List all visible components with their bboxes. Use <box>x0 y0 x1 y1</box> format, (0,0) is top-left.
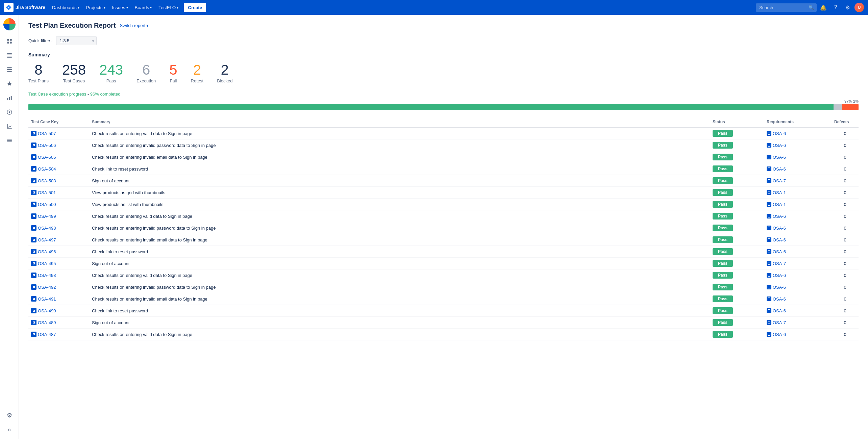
sidebar-item-releases[interactable] <box>3 77 16 91</box>
test-case-link[interactable]: OSA-500 <box>31 202 86 207</box>
cell-defects-3: 0 <box>832 163 859 175</box>
status-badge: Pass <box>713 295 733 302</box>
filter-select-wrap: 1.3.5 ▾ <box>56 36 97 45</box>
settings-icon[interactable]: ⚙ <box>842 2 853 13</box>
test-case-link[interactable]: OSA-498 <box>31 225 86 231</box>
cell-summary-10: Check link to reset password <box>89 246 710 258</box>
test-case-link[interactable]: OSA-501 <box>31 190 86 195</box>
requirement-link[interactable]: OSA-1 <box>767 202 829 207</box>
svg-rect-12 <box>9 97 10 100</box>
cell-defects-2: 0 <box>832 151 859 163</box>
requirement-link[interactable]: OSA-6 <box>767 308 829 313</box>
sidebar-item-backlog[interactable] <box>3 49 16 62</box>
nav-boards[interactable]: Boards ▾ <box>132 3 155 12</box>
sidebar-item-list[interactable] <box>3 134 16 147</box>
requirement-link[interactable]: OSA-6 <box>767 237 829 242</box>
svg-rect-46 <box>768 310 770 312</box>
chevron-down-icon: ▾ <box>177 6 178 9</box>
requirement-link[interactable]: OSA-6 <box>767 155 829 160</box>
stat-number-retest: 2 <box>193 63 201 77</box>
svg-rect-34 <box>768 239 770 241</box>
requirement-link[interactable]: OSA-6 <box>767 214 829 219</box>
requirement-link[interactable]: OSA-6 <box>767 273 829 278</box>
cell-key-4: OSA-503 <box>28 175 89 187</box>
version-filter-select[interactable]: 1.3.5 <box>56 36 97 45</box>
stat-number-pass: 243 <box>99 63 123 77</box>
progress-header: Test Case execution progress - 96% compl… <box>28 92 859 97</box>
sidebar-settings-icon[interactable]: ⚙ <box>3 409 16 422</box>
cell-req-13: OSA-6 <box>764 281 832 293</box>
help-icon[interactable]: ? <box>830 2 841 13</box>
test-case-link[interactable]: OSA-506 <box>31 143 86 148</box>
cell-summary-15: Check link to reset password <box>89 305 710 317</box>
requirement-link[interactable]: OSA-6 <box>767 226 829 231</box>
requirement-link[interactable]: OSA-1 <box>767 190 829 195</box>
requirement-icon <box>767 178 771 183</box>
cell-status-11: Pass <box>710 258 764 269</box>
sidebar-expand-icon[interactable]: » <box>3 423 16 436</box>
test-case-link[interactable]: OSA-493 <box>31 273 86 278</box>
sidebar-project-logo[interactable] <box>3 18 16 31</box>
cell-status-15: Pass <box>710 305 764 317</box>
requirement-link[interactable]: OSA-7 <box>767 320 829 325</box>
nav-dashboards[interactable]: Dashboards ▾ <box>49 3 82 12</box>
svg-rect-36 <box>768 251 770 253</box>
switch-report-button[interactable]: Switch report ▾ <box>120 23 149 28</box>
requirement-link[interactable]: OSA-6 <box>767 143 829 148</box>
test-case-link[interactable]: OSA-490 <box>31 308 86 313</box>
requirement-icon <box>767 320 771 325</box>
page-header: Test Plan Execution Report Switch report… <box>28 22 859 29</box>
test-case-link[interactable]: OSA-505 <box>31 154 86 160</box>
test-case-link[interactable]: OSA-489 <box>31 320 86 325</box>
sidebar-item-graph[interactable] <box>3 120 16 133</box>
requirement-link[interactable]: OSA-6 <box>767 166 829 172</box>
svg-rect-3 <box>10 42 11 44</box>
create-button[interactable]: Create <box>184 3 206 12</box>
cell-status-4: Pass <box>710 175 764 187</box>
test-case-link[interactable]: OSA-491 <box>31 296 86 302</box>
test-case-link[interactable]: OSA-497 <box>31 237 86 242</box>
chevron-down-icon: ▾ <box>150 6 152 9</box>
test-case-link[interactable]: OSA-507 <box>31 131 86 136</box>
status-badge: Pass <box>713 272 733 279</box>
nav-issues[interactable]: Issues ▾ <box>109 3 131 12</box>
table-row: OSA-506 Check results on entering invali… <box>28 139 859 151</box>
nav-testflo[interactable]: TestFLO ▾ <box>156 3 181 12</box>
sidebar-item-reports[interactable] <box>3 91 16 105</box>
results-table: Test Case Key Summary Status Requirement… <box>28 117 859 340</box>
svg-rect-16 <box>768 132 770 134</box>
test-case-link[interactable]: OSA-496 <box>31 249 86 254</box>
test-case-link[interactable]: OSA-495 <box>31 261 86 266</box>
test-case-link[interactable]: OSA-487 <box>31 332 86 337</box>
requirement-link[interactable]: OSA-6 <box>767 296 829 302</box>
cell-key-12: OSA-493 <box>28 269 89 281</box>
requirement-link[interactable]: OSA-6 <box>767 249 829 254</box>
requirement-link[interactable]: OSA-6 <box>767 131 829 136</box>
test-case-icon <box>31 261 36 266</box>
user-avatar[interactable]: U <box>854 3 864 12</box>
sidebar-item-components[interactable] <box>3 105 16 119</box>
sidebar-item-issues[interactable] <box>3 63 16 76</box>
project-logo-circle <box>3 18 16 30</box>
test-case-link[interactable]: OSA-504 <box>31 166 86 172</box>
requirement-link[interactable]: OSA-7 <box>767 178 829 183</box>
jira-logo[interactable]: Jira Software <box>4 3 45 12</box>
test-case-link[interactable]: OSA-503 <box>31 178 86 183</box>
sidebar-item-board[interactable] <box>3 34 16 48</box>
svg-rect-44 <box>768 298 770 300</box>
svg-rect-40 <box>768 274 770 276</box>
search-input[interactable] <box>756 3 817 12</box>
requirement-icon <box>767 261 771 266</box>
cell-req-15: OSA-6 <box>764 305 832 317</box>
requirement-icon <box>767 202 771 207</box>
progress-bar-red <box>842 104 859 110</box>
requirement-link[interactable]: OSA-6 <box>767 332 829 337</box>
table-row: OSA-493 Check results on entering valid … <box>28 269 859 281</box>
test-case-icon <box>31 202 36 207</box>
test-case-link[interactable]: OSA-492 <box>31 284 86 290</box>
test-case-link[interactable]: OSA-499 <box>31 213 86 219</box>
requirement-link[interactable]: OSA-6 <box>767 285 829 290</box>
nav-projects[interactable]: Projects ▾ <box>83 3 108 12</box>
notifications-icon[interactable]: 🔔 <box>818 2 829 13</box>
requirement-link[interactable]: OSA-7 <box>767 261 829 266</box>
